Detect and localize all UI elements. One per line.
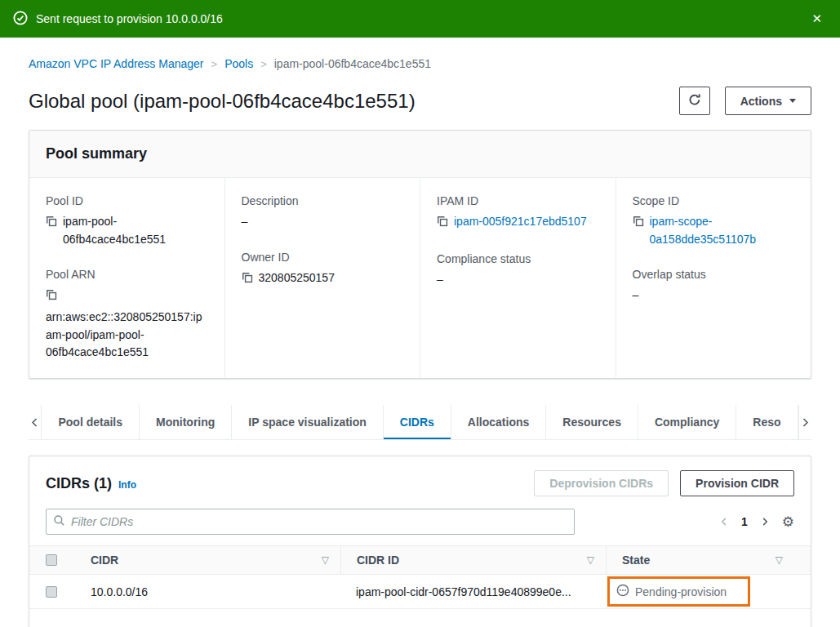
cidrs-title: CIDRs (1) [46, 475, 112, 492]
owner-id-label: Owner ID [242, 251, 404, 264]
column-header-cidr-id-label: CIDR ID [357, 554, 399, 567]
compliance-status-value-row: – [437, 271, 599, 289]
page-number[interactable]: 1 [741, 515, 748, 528]
owner-id-value-row: 320805250157 [242, 269, 404, 289]
scope-id-value-row: ipam-scope-0a158dde35c51107b [633, 213, 795, 248]
cidrs-header: CIDRs (1) Info Deprovision CIDRs Provisi… [29, 470, 811, 496]
pool-summary-card: Pool summary Pool ID ipam-pool-06fb4cace… [29, 130, 811, 379]
overlap-status-value-row: – [633, 287, 795, 305]
actions-button[interactable]: Actions [725, 87, 811, 115]
banner-close-icon[interactable]: ✕ [807, 8, 827, 29]
ipam-id-link[interactable]: ipam-005f921c17ebd5107 [454, 213, 587, 231]
summary-column-1: Pool ID ipam-pool-06fb4cace4bc1e551 Pool… [29, 178, 224, 378]
table-row[interactable]: 10.0.0.0/16 ipam-pool-cidr-0657f970d119e… [29, 575, 811, 609]
tabs-scroll-right-button[interactable] [798, 405, 811, 439]
tab-bar: Pool details Monitoring IP space visuali… [29, 405, 811, 440]
description-label: Description [242, 194, 404, 207]
filter-box [46, 509, 575, 535]
tab-resources[interactable]: Resources [546, 405, 638, 439]
cell-cidr: 10.0.0.0/16 [75, 585, 340, 598]
banner-message: Sent request to provision 10.0.0.0/16 [36, 12, 798, 25]
summary-column-2: Description – Owner ID 320805250157 [224, 178, 420, 378]
chevron-left-icon [719, 517, 729, 527]
column-header-cidr-id: CIDR ID ▽ [340, 546, 606, 574]
scope-id-label: Scope ID [633, 194, 795, 207]
field-compliance-status: Compliance status – [437, 252, 599, 289]
info-link[interactable]: Info [118, 479, 136, 491]
tab-pool-details[interactable]: Pool details [42, 405, 140, 439]
main-content: Amazon VPC IP Address Manager > Pools > … [0, 57, 840, 627]
cidrs-buttons: Deprovision CIDRs Provision CIDR [534, 470, 794, 496]
overlap-status-label: Overlap status [633, 268, 795, 281]
table-controls: 1 ⚙ [719, 515, 794, 529]
settings-gear-icon[interactable]: ⚙ [782, 515, 794, 529]
success-banner: Sent request to provision 10.0.0.0/16 ✕ [0, 0, 840, 38]
copy-icon[interactable] [46, 213, 57, 233]
column-filter-icon[interactable]: ▽ [776, 554, 783, 566]
compliance-status-value: – [437, 271, 443, 289]
column-header-state-label: State [622, 554, 650, 567]
filter-cidrs-input[interactable] [71, 515, 567, 528]
description-value: – [242, 213, 248, 231]
copy-icon[interactable] [242, 269, 253, 289]
cidrs-filter-row: 1 ⚙ [29, 509, 811, 535]
column-header-cidr: CIDR ▽ [75, 546, 340, 574]
breadcrumb-pools[interactable]: Pools [224, 57, 253, 70]
select-all-checkbox[interactable] [46, 554, 57, 566]
tab-allocations[interactable]: Allocations [451, 405, 546, 439]
breadcrumb-separator: > [260, 58, 267, 70]
column-header-cidr-label: CIDR [91, 554, 118, 567]
compliance-status-label: Compliance status [437, 252, 599, 265]
page-title: Global pool (ipam-pool-06fb4cace4bc1e551… [29, 90, 679, 113]
pool-summary-title: Pool summary [46, 145, 794, 162]
field-description: Description – [242, 194, 404, 231]
tab-ip-space-visualization[interactable]: IP space visualization [232, 405, 383, 439]
copy-icon[interactable] [633, 213, 644, 233]
actions-button-label: Actions [740, 95, 782, 108]
pool-id-value-row: ipam-pool-06fb4cace4bc1e551 [46, 213, 208, 248]
chevron-right-icon [800, 417, 811, 428]
overlap-status-value: – [633, 287, 639, 305]
refresh-button[interactable] [679, 87, 710, 115]
pending-icon [616, 584, 629, 599]
breadcrumb-ipam-manager[interactable]: Amazon VPC IP Address Manager [29, 57, 204, 70]
cell-cidr-id: ipam-pool-cidr-0657f970d119e40899e0e... [340, 585, 606, 598]
tab-compliancy[interactable]: Compliancy [638, 405, 736, 439]
tab-reso-truncated[interactable]: Reso [736, 405, 798, 439]
row-checkbox[interactable] [46, 586, 57, 598]
page-header-actions: Actions [679, 87, 811, 115]
summary-column-3: IPAM ID ipam-005f921c17ebd5107 Complianc… [420, 178, 616, 378]
tab-cidrs[interactable]: CIDRs [384, 405, 451, 439]
tab-monitoring[interactable]: Monitoring [140, 405, 232, 439]
column-filter-icon[interactable]: ▽ [322, 554, 329, 566]
deprovision-cidrs-button[interactable]: Deprovision CIDRs [534, 470, 669, 496]
pool-arn-label: Pool ARN [46, 268, 208, 281]
provision-cidr-button[interactable]: Provision CIDR [680, 470, 794, 496]
pool-id-value: ipam-pool-06fb4cace4bc1e551 [63, 213, 208, 248]
owner-id-value: 320805250157 [259, 269, 335, 287]
refresh-icon [688, 93, 701, 109]
column-header-state: State ▽ [606, 546, 794, 574]
field-pool-arn: Pool ARN arn:aws:ec2::320805250157:ipam-… [46, 268, 208, 362]
description-value-row: – [242, 213, 404, 231]
previous-page-button[interactable] [719, 517, 729, 527]
state-highlight-box: Pending-provision [607, 576, 750, 607]
chevron-right-icon [760, 517, 770, 527]
field-pool-id: Pool ID ipam-pool-06fb4cace4bc1e551 [46, 194, 208, 248]
ipam-id-label: IPAM ID [437, 194, 599, 207]
next-page-button[interactable] [760, 517, 770, 527]
breadcrumb: Amazon VPC IP Address Manager > Pools > … [29, 57, 811, 70]
summary-column-4: Scope ID ipam-scope-0a158dde35c51107b Ov… [616, 178, 811, 378]
pool-summary-body: Pool ID ipam-pool-06fb4cace4bc1e551 Pool… [29, 178, 811, 378]
field-ipam-id: IPAM ID ipam-005f921c17ebd5107 [437, 194, 599, 233]
search-icon [53, 514, 65, 529]
column-filter-icon[interactable]: ▽ [587, 554, 594, 566]
field-scope-id: Scope ID ipam-scope-0a158dde35c51107b [633, 194, 795, 248]
copy-icon[interactable] [437, 213, 448, 233]
tabs-scroll-left-button[interactable] [29, 405, 42, 439]
scope-id-link[interactable]: ipam-scope-0a158dde35c51107b [650, 213, 795, 248]
pool-arn-value: arn:aws:ec2::320805250157:ipam-pool/ipam… [46, 310, 202, 358]
copy-icon[interactable] [46, 287, 208, 306]
page-header: Global pool (ipam-pool-06fb4cace4bc1e551… [29, 87, 811, 115]
chevron-left-icon [29, 417, 40, 428]
